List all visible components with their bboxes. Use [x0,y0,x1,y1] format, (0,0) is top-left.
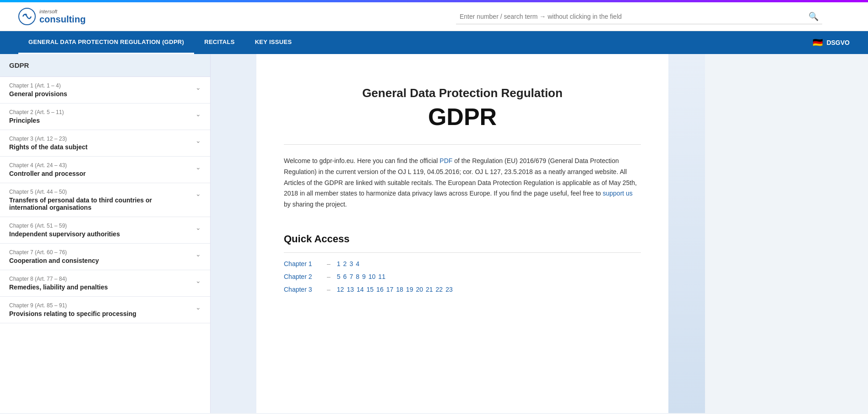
content-acronym: GDPR [284,103,641,131]
chapter-item-8[interactable]: Chapter 8 (Art. 77 – 84) Remedies, liabi… [0,270,210,297]
qa-link-art-8[interactable]: 8 [356,273,359,280]
qa-link-art-2[interactable]: 2 [343,260,347,267]
logo-area[interactable]: intersoft consulting [18,8,86,25]
content-area: General Data Protection Regulation GDPR … [256,54,668,413]
main-layout: GDPR Chapter 1 (Art. 1 – 4) General prov… [0,54,868,413]
pdf-link[interactable]: PDF [439,157,452,164]
logo-intersoft: intersoft [39,9,86,14]
logo-text: intersoft consulting [39,9,86,24]
chapter-info-9: Chapter 9 (Art. 85 – 91) Provisions rela… [9,302,192,317]
qa-link-art-7[interactable]: 7 [349,273,353,280]
qa-chapter-label-3: Chapter 3 [284,286,320,293]
chapter-subtitle-2: Chapter 2 (Art. 5 – 11) [9,109,192,115]
chapter-subtitle-5: Chapter 5 (Art. 44 – 50) [9,189,192,195]
nav-left: GENERAL DATA PROTECTION REGULATION (GDPR… [18,31,302,54]
qa-link-art-18[interactable]: 18 [396,286,403,293]
qa-link-art-11[interactable]: 11 [378,273,385,280]
content-title: General Data Protection Regulation [284,86,641,100]
chapter-name-2: Principles [9,117,192,124]
qa-links-1: 1234 [337,260,359,267]
content-divider [284,144,641,145]
qa-links-3: 121314151617181920212223 [337,286,453,293]
qa-link-art-22[interactable]: 22 [436,286,443,293]
chapter-info-7: Chapter 7 (Art. 60 – 76) Cooperation and… [9,249,192,264]
qa-chapter-label-1: Chapter 1 [284,260,320,267]
support-link[interactable]: support us [603,190,633,197]
chapter-item-2[interactable]: Chapter 2 (Art. 5 – 11) Principles ⌄ [0,104,210,130]
sidebar-spacer [211,54,256,413]
chapter-info-6: Chapter 6 (Art. 51 – 59) Independent sup… [9,223,192,238]
quick-access-rows: Chapter 1 – 1234Chapter 2 – 567891011Cha… [284,260,641,293]
chapter-subtitle-7: Chapter 7 (Art. 60 – 76) [9,249,192,256]
qa-chapter-label-2: Chapter 2 [284,273,320,280]
chapter-subtitle-8: Chapter 8 (Art. 77 – 84) [9,276,192,282]
chapter-chevron-5: ⌄ [195,190,201,197]
dsgvo-label: DSGVO [826,39,850,46]
nav-item-gdpr[interactable]: GENERAL DATA PROTECTION REGULATION (GDPR… [18,31,194,54]
qa-link-art-14[interactable]: 14 [357,286,364,293]
qa-link-art-10[interactable]: 10 [369,273,376,280]
chapter-list: Chapter 1 (Art. 1 – 4) General provision… [0,77,210,323]
qa-dash-1: – [327,260,331,267]
qa-link-art-5[interactable]: 5 [337,273,341,280]
qa-link-art-20[interactable]: 20 [416,286,423,293]
chapter-item-7[interactable]: Chapter 7 (Art. 60 – 76) Cooperation and… [0,244,210,270]
chapter-subtitle-9: Chapter 9 (Art. 85 – 91) [9,302,192,309]
chapter-info-3: Chapter 3 (Art. 12 – 23) Rights of the d… [9,136,192,151]
qa-link-art-15[interactable]: 15 [367,286,374,293]
qa-dash-3: – [327,286,331,293]
chapter-item-6[interactable]: Chapter 6 (Art. 51 – 59) Independent sup… [0,217,210,244]
qa-links-2: 567891011 [337,273,385,280]
chapter-item-3[interactable]: Chapter 3 (Art. 12 – 23) Rights of the d… [0,130,210,157]
chapter-name-3: Rights of the data subject [9,143,192,151]
sidebar-title: GDPR [0,54,210,77]
quick-access-title: Quick Access [284,233,641,245]
qa-link-art-13[interactable]: 13 [347,286,354,293]
logo-consulting: consulting [39,14,86,24]
chapter-name-1: General provisions [9,90,192,98]
qa-link-art-12[interactable]: 12 [337,286,344,293]
chapter-name-4: Controller and processor [9,170,192,177]
chapter-name-6: Independent supervisory authorities [9,230,192,238]
header: intersoft consulting 🔍 [0,2,868,31]
qa-link-art-3[interactable]: 3 [349,260,353,267]
chapter-name-7: Cooperation and consistency [9,257,192,264]
chapter-subtitle-3: Chapter 3 (Art. 12 – 23) [9,136,192,142]
chapter-info-1: Chapter 1 (Art. 1 – 4) General provision… [9,82,192,98]
qa-link-art-21[interactable]: 21 [426,286,433,293]
qa-link-art-1[interactable]: 1 [337,260,341,267]
nav-right-dsgvo[interactable]: 🇩🇪 DSGVO [813,38,850,48]
chapter-item-5[interactable]: Chapter 5 (Art. 44 – 50) Transfers of pe… [0,183,210,217]
chapter-info-5: Chapter 5 (Art. 44 – 50) Transfers of pe… [9,189,192,211]
chapter-chevron-9: ⌄ [195,304,201,311]
qa-link-art-6[interactable]: 6 [343,273,347,280]
chapter-item-1[interactable]: Chapter 1 (Art. 1 – 4) General provision… [0,77,210,104]
qa-link-art-17[interactable]: 17 [386,286,394,293]
quick-access-divider [284,252,641,253]
qa-link-art-19[interactable]: 19 [406,286,413,293]
nav-bar: GENERAL DATA PROTECTION REGULATION (GDPR… [0,31,868,54]
chapter-chevron-7: ⌄ [195,251,201,258]
nav-item-recitals[interactable]: RECITALS [194,31,244,54]
search-input[interactable] [456,9,822,24]
search-bar-container: 🔍 [456,9,822,24]
nav-item-key-issues[interactable]: KEY ISSUES [245,31,302,54]
right-panel [668,54,705,413]
chapter-chevron-6: ⌄ [195,224,201,231]
qa-link-art-23[interactable]: 23 [445,286,453,293]
chapter-info-4: Chapter 4 (Art. 24 – 43) Controller and … [9,162,192,177]
chapter-chevron-1: ⌄ [195,84,201,91]
chapter-info-2: Chapter 2 (Art. 5 – 11) Principles [9,109,192,124]
qa-link-art-4[interactable]: 4 [356,260,359,267]
qa-link-art-16[interactable]: 16 [376,286,384,293]
chapter-chevron-4: ⌄ [195,163,201,171]
sidebar: GDPR Chapter 1 (Art. 1 – 4) General prov… [0,54,211,413]
flag-icon: 🇩🇪 [813,38,823,48]
chapter-name-5: Transfers of personal data to third coun… [9,196,192,211]
qa-link-art-9[interactable]: 9 [362,273,366,280]
qa-row-2: Chapter 2 – 567891011 [284,273,641,280]
chapter-item-9[interactable]: Chapter 9 (Art. 85 – 91) Provisions rela… [0,297,210,323]
chapter-name-8: Remedies, liability and penalties [9,283,192,291]
content-body: Welcome to gdpr-info.eu. Here you can fi… [284,156,641,210]
chapter-item-4[interactable]: Chapter 4 (Art. 24 – 43) Controller and … [0,157,210,183]
